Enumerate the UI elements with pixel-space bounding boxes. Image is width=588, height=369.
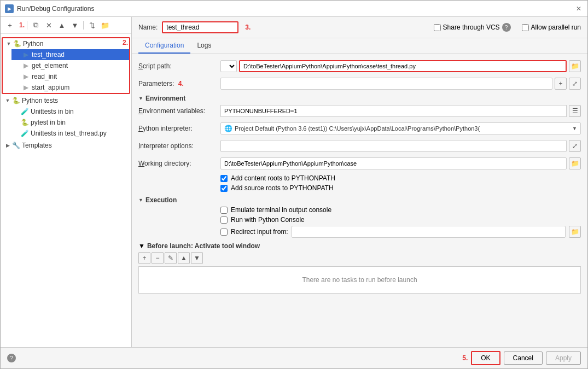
tree-item-test-thread[interactable]: ▶ test_thread [11,49,129,60]
unittests-bin-label: Unittests in bin [31,108,74,115]
add-source-roots-checkbox[interactable] [220,185,228,192]
templates-group-header[interactable]: ▶ 🔧 Templates [2,140,130,151]
before-launch-up-button[interactable]: ▲ [178,252,190,264]
tree-item-start-appium[interactable]: ▶ start_appium [11,82,129,93]
folder-config-button[interactable]: 📁 [99,19,111,31]
python-expander[interactable]: ▼ [5,40,13,48]
annotation-3: 3. [245,24,251,31]
test-thread-label: test_thread [32,51,65,58]
allow-parallel-row: Allow parallel run [522,24,581,31]
test-thread-expander [14,51,21,58]
share-vcs-help[interactable]: ? [502,23,511,32]
python-group-label: Python [23,40,43,48]
unittests-test-thread-icon: 🧪 [20,129,29,138]
add-source-roots-row: Add source roots to PYTHONPATH [220,184,581,192]
add-source-roots-label: Add source roots to PYTHONPATH [231,184,334,192]
python-interp-label: Python interpreter: [138,125,220,132]
script-path-input[interactable] [239,60,567,72]
share-vcs-checkbox[interactable] [434,24,441,31]
tab-logs[interactable]: Logs [190,38,218,54]
delete-config-button[interactable]: ✕ [43,19,55,31]
script-path-type-select[interactable]: ▼ [220,60,237,72]
working-dir-browse-button[interactable]: 📁 [569,157,581,169]
redirect-input-label: Redirect input from: [231,228,288,236]
get-element-expander [14,62,21,69]
move-config-down-button[interactable]: ▼ [69,19,81,31]
add-content-roots-label: Add content roots to PYTHONPATH [231,174,335,182]
run-python-console-checkbox[interactable] [220,216,228,224]
before-launch-edit-button[interactable]: ✎ [165,252,177,264]
start-appium-expander [14,84,21,91]
add-config-button[interactable]: + [4,19,16,31]
redirect-input-field[interactable] [292,226,566,238]
pytest-bin-label: pytest in bin [31,119,66,126]
python-group-icon: 🐍 [13,39,21,48]
execution-section-title: Execution [145,196,177,204]
left-toolbar: + 1. ⧉ ✕ ▲ ▼ ⇅ 📁 [1,17,131,34]
copy-config-button[interactable]: ⧉ [30,19,42,31]
parameters-input[interactable] [220,78,552,90]
tree-item-unittests-bin[interactable]: 🧪 Unittests in bin [10,106,130,117]
templates-icon: 🔧 [11,141,20,150]
parameters-add-button[interactable]: + [555,78,567,90]
templates-group: ▶ 🔧 Templates [2,140,130,151]
before-launch-down-button[interactable]: ▼ [191,252,203,264]
tab-configuration[interactable]: Configuration [138,38,190,54]
environment-section-header[interactable]: ▼ Environment [138,95,581,102]
ok-button[interactable]: OK [471,351,500,365]
allow-parallel-label: Allow parallel run [531,24,581,31]
python-items: ▶ test_thread ▶ get_element ▶ read_init [3,49,129,93]
script-path-value: ▼ 📁 [220,60,581,72]
left-panel: + 1. ⧉ ✕ ▲ ▼ ⇅ 📁 2. ▼ 🐍 Pyt [1,17,132,347]
python-group: 2. ▼ 🐍 Python ▶ test_thread [2,37,130,94]
python-tests-group-header[interactable]: ▼ 🐍 Python tests [2,95,130,106]
env-vars-input[interactable] [220,105,567,117]
parameters-expand-button[interactable]: ⤢ [569,78,581,90]
before-launch-title: Before launch: Activate tool window [147,242,260,250]
run-python-console-label: Run with Python Console [231,216,305,224]
interp-options-expand-button[interactable]: ⤢ [569,140,581,152]
unittests-bin-icon: 🧪 [20,107,29,116]
sort-configs-button[interactable]: ⇅ [86,19,98,31]
script-path-label: Script path: [138,62,220,70]
emulate-terminal-checkbox[interactable] [220,207,228,214]
tree-item-pytest-bin[interactable]: 🐍 pytest in bin [10,117,130,128]
execution-section-header[interactable]: ▼ Execution [138,196,581,204]
apply-button[interactable]: Apply [546,352,581,365]
footer-left: ? [7,354,457,362]
script-path-browse-button[interactable]: 📁 [569,60,581,72]
env-vars-edit-button[interactable]: ☰ [569,105,581,117]
annotation-2: 2. [123,39,128,46]
before-launch-add-button[interactable]: + [138,252,150,264]
interpreter-select[interactable]: 🌐 Project Default (Python 3.6 (test1)) C… [220,122,581,134]
interp-options-row: Interpreter options: ⤢ [138,139,581,153]
interp-options-input[interactable] [220,140,567,152]
tree-item-get-element[interactable]: ▶ get_element [11,60,129,71]
cancel-button[interactable]: Cancel [504,352,543,365]
before-launch-remove-button[interactable]: − [152,252,164,264]
templates-expander[interactable]: ▶ [4,142,11,149]
start-appium-icon: ▶ [21,83,30,92]
add-content-roots-checkbox[interactable] [220,175,228,182]
name-bar: Name: 3. Share through VCS ? Allow paral… [132,17,587,38]
close-button[interactable]: ✕ [574,4,583,13]
move-config-up-button[interactable]: ▲ [56,19,68,31]
interpreter-text: Project Default (Python 3.6 (test1)) C:\… [235,125,480,132]
before-launch-header: ▼ Before launch: Activate tool window [138,242,581,250]
footer-help-button[interactable]: ? [7,354,16,362]
tree-item-read-init[interactable]: ▶ read_init [11,71,129,82]
env-vars-value: ☰ [220,105,581,117]
share-vcs-label: Share through VCS [443,24,500,31]
test-thread-icon: ▶ [21,50,30,59]
redirect-input-browse-button[interactable]: 📁 [569,226,581,238]
name-input[interactable] [162,21,238,33]
environment-section-title: Environment [145,95,185,102]
python-tests-expander[interactable]: ▼ [4,97,11,104]
python-group-header[interactable]: ▼ 🐍 Python [3,38,129,49]
allow-parallel-checkbox[interactable] [522,24,529,31]
working-dir-input[interactable] [220,157,567,169]
get-element-label: get_element [32,62,68,69]
config-area: Script path: ▼ 📁 Parameters: 4. [132,54,587,347]
redirect-input-checkbox[interactable] [220,229,228,236]
tree-item-unittests-test-thread[interactable]: 🧪 Unittests in test_thread.py [10,128,130,139]
